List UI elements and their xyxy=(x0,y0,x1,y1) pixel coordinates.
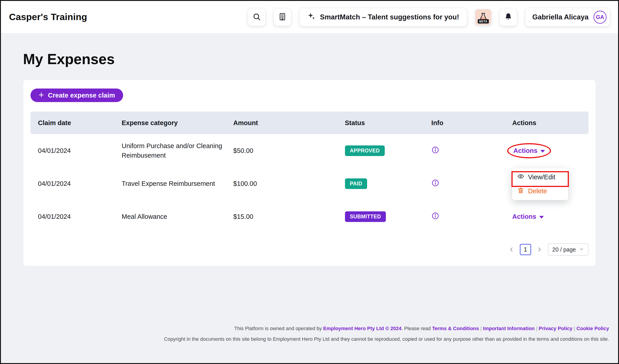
search-icon xyxy=(252,13,261,22)
info-cell xyxy=(424,146,505,156)
status-badge: PAID xyxy=(345,178,367,189)
claim-date: 04/01/2024 xyxy=(30,147,114,154)
status-badge: SUBMITTED xyxy=(345,211,386,222)
footer-text: This Platform is owned and operated by xyxy=(234,326,322,331)
pagination: 1 20 / page xyxy=(30,243,589,256)
page-footer: This Platform is owned and operated by E… xyxy=(164,322,609,343)
column-header-actions: Actions xyxy=(505,119,589,127)
info-icon[interactable] xyxy=(431,179,439,187)
amount: $50.00 xyxy=(226,147,338,154)
status-badge: APPROVED xyxy=(345,145,385,156)
top-header: Casper's Training xyxy=(1,1,618,33)
claim-date: 04/01/2024 xyxy=(30,213,114,220)
app-title: Casper's Training xyxy=(9,12,87,22)
info-cell xyxy=(424,212,505,221)
sparkle-icon xyxy=(307,12,315,22)
table-row: 04/01/2024 Meal Allowance $15.00 SUBMITT… xyxy=(30,200,589,233)
amount: $15.00 xyxy=(226,213,338,220)
page-size-value: 20 / page xyxy=(552,246,576,253)
actions-label: Actions xyxy=(512,213,536,220)
table-header-row: Claim date Expense category Amount Statu… xyxy=(30,111,589,134)
search-button[interactable] xyxy=(248,8,266,26)
beta-flask-button[interactable]: BETA xyxy=(475,9,491,25)
status-cell: PAID xyxy=(338,178,424,189)
column-header-claim-date: Claim date xyxy=(30,119,114,127)
column-header-amount: Amount xyxy=(226,119,338,127)
footer-separator: | xyxy=(480,326,482,331)
claim-date: 04/01/2024 xyxy=(30,180,114,188)
menu-item-view-edit[interactable]: View/Edit xyxy=(512,170,568,184)
chevron-down-icon xyxy=(540,150,545,153)
expense-category: Uniform Purchase and/or Cleaning Reimbus… xyxy=(114,141,222,160)
building-icon xyxy=(278,13,287,22)
footer-link-privacy-policy[interactable]: Privacy Policy xyxy=(539,326,573,331)
annotation-oval: Actions xyxy=(507,143,551,158)
table-row: 04/01/2024 Uniform Purchase and/or Clean… xyxy=(30,134,589,167)
column-header-status: Status xyxy=(338,119,424,127)
expense-category: Travel Expense Reimbursement xyxy=(114,179,222,188)
create-expense-claim-label: Create expense claim xyxy=(48,92,115,99)
actions-label: Actions xyxy=(513,147,537,154)
actions-dropdown-trigger[interactable]: Actions xyxy=(512,213,544,220)
footer-link-important-information[interactable]: Important Information xyxy=(483,326,535,331)
page-size-select[interactable]: 20 / page xyxy=(548,243,589,256)
actions-menu: View/Edit Delete xyxy=(512,168,568,200)
next-page-button[interactable] xyxy=(536,247,542,253)
menu-item-delete[interactable]: Delete xyxy=(512,184,568,198)
beta-badge: BETA xyxy=(478,19,489,24)
expenses-card: + Create expense claim Claim date Expens… xyxy=(23,80,596,266)
user-menu[interactable]: Gabriella Alicaya GA xyxy=(525,8,610,27)
status-cell: APPROVED xyxy=(338,145,424,156)
screen: Casper's Training xyxy=(0,0,619,364)
footer-link-employment-hero[interactable]: Employment Hero Pty Ltd © 2024 xyxy=(323,326,401,331)
footer-line2: Copyright in the documents on this site … xyxy=(164,336,609,343)
bell-icon xyxy=(504,13,513,22)
page-title: My Expenses xyxy=(23,51,618,67)
smartmatch-label: SmartMatch – Talent suggestions for you! xyxy=(320,13,459,21)
info-icon[interactable] xyxy=(431,146,439,154)
view-edit-label: View/Edit xyxy=(528,174,555,181)
notifications-button[interactable] xyxy=(499,8,517,26)
current-page[interactable]: 1 xyxy=(520,244,531,255)
main-content: My Expenses + Create expense claim Claim… xyxy=(1,51,618,266)
create-expense-claim-button[interactable]: + Create expense claim xyxy=(30,89,123,102)
expenses-table: Claim date Expense category Amount Statu… xyxy=(30,111,589,233)
organisation-button[interactable] xyxy=(274,8,291,26)
trash-icon xyxy=(517,187,524,196)
eye-icon xyxy=(517,173,524,182)
expense-category: Meal Allowance xyxy=(114,212,222,221)
column-header-info: Info xyxy=(424,119,505,127)
prev-page-button[interactable] xyxy=(508,247,514,253)
column-header-expense-category: Expense category xyxy=(114,119,226,127)
delete-label: Delete xyxy=(528,188,547,195)
footer-link-cookie-policy[interactable]: Cookie Policy xyxy=(577,326,609,331)
smartmatch-button[interactable]: SmartMatch – Talent suggestions for you! xyxy=(299,8,467,27)
footer-separator: | xyxy=(574,326,575,331)
user-name: Gabriella Alicaya xyxy=(532,13,589,21)
info-icon[interactable] xyxy=(431,212,439,220)
chevron-down-icon xyxy=(539,216,544,219)
chevron-down-icon xyxy=(579,246,584,253)
avatar: GA xyxy=(593,11,606,24)
status-cell: SUBMITTED xyxy=(338,211,424,222)
footer-separator: | xyxy=(536,326,537,331)
actions-cell: Actions xyxy=(505,143,589,158)
actions-dropdown-trigger[interactable]: Actions xyxy=(513,147,545,154)
info-cell xyxy=(424,179,505,189)
footer-link-terms[interactable]: Terms & Conditions xyxy=(432,326,479,331)
actions-cell: Actions xyxy=(505,213,589,220)
plus-icon: + xyxy=(39,90,44,99)
footer-text: . Please read xyxy=(401,326,431,331)
amount: $100.00 xyxy=(226,180,338,188)
header-actions: SmartMatch – Talent suggestions for you!… xyxy=(248,8,610,27)
table-row: 04/01/2024 Travel Expense Reimbursement … xyxy=(30,167,589,200)
footer-line1: This Platform is owned and operated by E… xyxy=(164,325,609,332)
